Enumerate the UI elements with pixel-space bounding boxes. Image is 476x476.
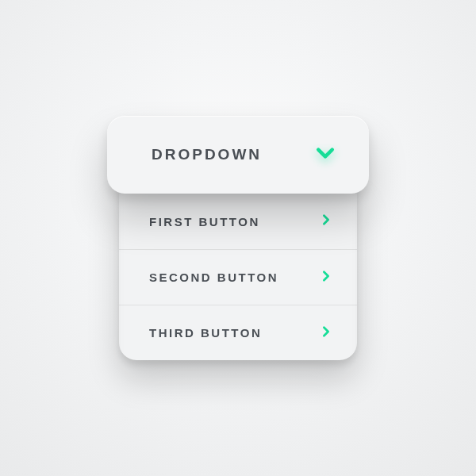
dropdown-trigger[interactable]: DROPDOWN [107, 116, 369, 194]
chevron-down-icon [313, 141, 337, 168]
dropdown-item-second[interactable]: SECOND BUTTON [119, 249, 357, 305]
dropdown-item-label: FIRST BUTTON [149, 215, 260, 228]
dropdown-item-label: SECOND BUTTON [149, 271, 278, 284]
dropdown-item-third[interactable]: THIRD BUTTON [119, 305, 357, 360]
dropdown-panel: FIRST BUTTON SECOND BUTTON THIRD BUTTON [119, 182, 357, 360]
dropdown-trigger-label: DROPDOWN [152, 146, 262, 163]
chevron-right-icon [319, 269, 333, 286]
chevron-right-icon [319, 324, 333, 342]
dropdown-component: DROPDOWN FIRST BUTTON SECOND BUTTON [107, 116, 369, 360]
dropdown-item-label: THIRD BUTTON [149, 326, 262, 340]
chevron-right-icon [319, 213, 333, 230]
dropdown-item-first[interactable]: FIRST BUTTON [119, 194, 357, 249]
